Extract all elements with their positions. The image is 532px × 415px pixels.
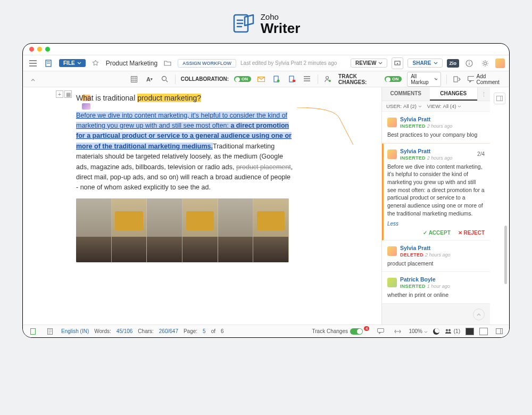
file-menu[interactable]: FILE [59, 59, 86, 67]
brand-product: Writer [261, 21, 301, 35]
text-style-icon[interactable]: A▾ [145, 73, 155, 85]
fit-width-icon[interactable] [392, 326, 403, 337]
gutter: + ▦ [23, 87, 76, 325]
document-body[interactable]: What is traditional product marketing? B… [76, 87, 300, 325]
track-changes-label: TRACK CHANGES: [338, 73, 379, 85]
notif-badge: 4 [364, 326, 369, 331]
minimize-window[interactable] [37, 47, 42, 52]
table-icon[interactable] [129, 73, 139, 85]
doc-link-icon[interactable] [272, 73, 282, 85]
view-mode-dark[interactable] [466, 328, 474, 335]
filter-view-label: VIEW: [427, 103, 442, 109]
track-changes-status[interactable]: Track Changes 4 [312, 328, 370, 335]
svg-point-13 [277, 80, 280, 82]
accept-label: ACCEPT [429, 230, 451, 236]
filter-view[interactable]: VIEW: All (4) [427, 103, 462, 109]
change-card[interactable]: Sylvia Pratt DELETED 2 hours ago product… [382, 240, 490, 272]
change-action: INSERTED [400, 155, 426, 161]
change-card[interactable]: Sylvia Pratt INSERTED 2 hours ago Best p… [382, 112, 490, 144]
hamburger-menu-icon[interactable] [27, 57, 39, 69]
review-dropdown[interactable]: REVIEW [351, 59, 387, 68]
change-card-active[interactable]: Sylvia Pratt INSERTED 2 hours ago 2/4 Be… [382, 144, 490, 240]
user-track-icon[interactable] [323, 73, 333, 85]
right-rail [490, 87, 509, 325]
collaborators-status[interactable]: (1) [445, 328, 460, 334]
markup-dropdown[interactable]: All Markup [407, 72, 441, 87]
filter-user-label: USER: [386, 103, 402, 109]
heading-highlight: product marketing? [137, 94, 201, 102]
brand-logo: Zoho Writer [0, 0, 532, 43]
last-edited-text: Last edited by Sylvia Pratt 2 minutes ag… [240, 60, 337, 66]
change-connector-line [297, 107, 353, 150]
folder-icon[interactable] [162, 57, 173, 69]
change-card[interactable]: Patrick Boyle INSERTED 1 hour ago whethe… [382, 272, 490, 304]
assign-workflow-button[interactable]: ASSIGN WORKFLOW [178, 59, 236, 68]
scrollbar[interactable] [504, 226, 507, 284]
changes-nav-icon[interactable] [452, 73, 462, 85]
collaboration-toggle[interactable]: ON [234, 76, 251, 82]
comments-status-icon[interactable] [375, 326, 386, 337]
change-action: DELETED [400, 252, 423, 258]
filter-user[interactable]: USER: All (2) [386, 103, 422, 109]
document-title[interactable]: Product Marketing [106, 60, 157, 67]
chars-value: 260/647 [159, 328, 178, 334]
track-changes-toggle[interactable]: ON [385, 76, 402, 82]
chevron-down-icon [77, 62, 81, 64]
add-comment-button[interactable]: Add Comment [468, 73, 505, 85]
heading-prefix: What is traditional [76, 94, 137, 102]
app-window: FILE Product Marketing ASSIGN WORKFLOW L… [22, 43, 510, 338]
tab-changes[interactable]: CHANGES [430, 87, 478, 101]
brand-company: Zoho [261, 12, 301, 21]
zoom-value: 100% [409, 328, 422, 334]
user-avatar[interactable] [495, 59, 505, 68]
share-label: SHARE [412, 60, 431, 66]
panel-tabs: COMMENTS CHANGES ⋮ [382, 87, 490, 101]
accept-button[interactable]: ✓ ACCEPT [423, 230, 451, 236]
close-window[interactable] [29, 47, 34, 52]
reject-button[interactable]: ✕ REJECT [458, 230, 485, 236]
tab-comments[interactable]: COMMENTS [382, 87, 430, 101]
doc-lock-icon[interactable] [287, 73, 297, 85]
search-icon[interactable] [160, 73, 170, 85]
mail-icon[interactable] [256, 73, 267, 85]
chars-label: Chars: [138, 328, 153, 334]
zoom-level[interactable]: 100% [409, 328, 427, 334]
view-mode-light[interactable] [479, 328, 488, 335]
scroll-top-icon[interactable] [473, 309, 485, 320]
layout-icon[interactable] [493, 326, 505, 337]
dark-mode-icon[interactable] [433, 328, 439, 335]
present-icon[interactable] [392, 57, 403, 69]
writer-logo-icon [232, 12, 255, 35]
change-body: product placement [387, 260, 485, 268]
svg-point-25 [448, 329, 451, 331]
comment-icon [468, 76, 474, 82]
gear-icon[interactable] [479, 57, 491, 69]
language-selector[interactable]: English (IN) [61, 328, 89, 334]
svg-rect-15 [293, 80, 295, 82]
author-name: Sylvia Pratt [400, 148, 452, 154]
collapse-toolbar-icon[interactable] [28, 74, 38, 84]
star-icon[interactable] [90, 57, 102, 69]
svg-point-10 [162, 77, 167, 81]
toggle-switch-icon [350, 328, 363, 335]
share-button[interactable]: SHARE [408, 59, 442, 68]
maximize-window[interactable] [45, 47, 50, 52]
less-toggle[interactable]: Less [387, 221, 398, 227]
doc-status-icon-1[interactable] [27, 326, 39, 337]
panel-toggle-icon[interactable] [494, 93, 505, 104]
panel-menu-icon[interactable]: ⋮ [477, 87, 490, 101]
change-time: 2 hours ago [427, 123, 453, 129]
zio-badge[interactable]: Zio [447, 59, 460, 68]
words-label: Words: [94, 328, 111, 334]
new-doc-icon[interactable] [43, 57, 55, 69]
changes-list[interactable]: Sylvia Pratt INSERTED 2 hours ago Best p… [382, 112, 490, 325]
doc-status-icon-2[interactable] [44, 326, 56, 337]
insert-block-icon[interactable]: ▦ [64, 90, 72, 98]
panel-filters: USER: All (2) VIEW: All (4) [382, 101, 490, 112]
author-avatar [387, 118, 397, 127]
info-icon[interactable] [463, 57, 475, 69]
chevron-down-icon [378, 62, 383, 64]
list-icon[interactable] [302, 73, 312, 85]
svg-point-24 [446, 329, 448, 331]
insert-above-icon[interactable]: + [56, 90, 63, 98]
